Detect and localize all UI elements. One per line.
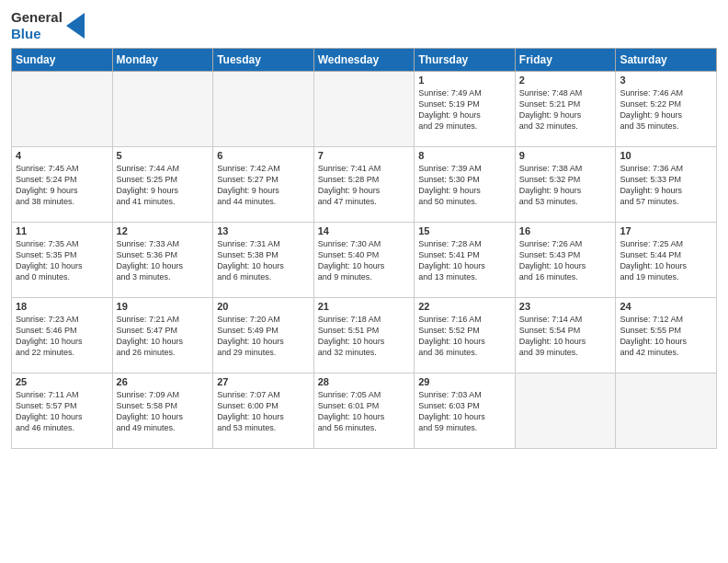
day-number: 26 [117, 376, 210, 387]
day-number: 3 [620, 75, 712, 86]
day-header-wednesday: Wednesday [313, 49, 415, 72]
day-number: 1 [418, 75, 511, 86]
calendar-cell: 5Sunrise: 7:44 AM Sunset: 5:25 PM Daylig… [112, 147, 213, 223]
day-info: Sunrise: 7:45 AM Sunset: 5:24 PM Dayligh… [16, 163, 108, 208]
day-header-thursday: Thursday [415, 49, 516, 72]
day-info: Sunrise: 7:44 AM Sunset: 5:25 PM Dayligh… [117, 163, 210, 208]
day-info: Sunrise: 7:07 AM Sunset: 6:00 PM Dayligh… [217, 389, 310, 434]
header: GeneralBlue [11, 9, 717, 42]
calendar-cell: 2Sunrise: 7:48 AM Sunset: 5:21 PM Daylig… [515, 72, 616, 147]
day-info: Sunrise: 7:35 AM Sunset: 5:35 PM Dayligh… [16, 238, 108, 283]
day-number: 8 [418, 150, 511, 161]
day-number: 4 [16, 150, 108, 161]
calendar-header-row: SundayMondayTuesdayWednesdayThursdayFrid… [12, 49, 717, 72]
day-number: 23 [519, 301, 612, 312]
calendar-week-row: 25Sunrise: 7:11 AM Sunset: 5:57 PM Dayli… [12, 373, 717, 449]
day-number: 11 [16, 225, 108, 236]
day-info: Sunrise: 7:21 AM Sunset: 5:47 PM Dayligh… [117, 314, 210, 359]
day-number: 21 [318, 301, 411, 312]
calendar-cell [12, 72, 113, 147]
day-info: Sunrise: 7:12 AM Sunset: 5:55 PM Dayligh… [620, 314, 712, 359]
page-container: GeneralBlue SundayMondayTuesdayWednesday… [0, 0, 728, 563]
day-info: Sunrise: 7:30 AM Sunset: 5:40 PM Dayligh… [318, 238, 411, 283]
day-number: 17 [620, 225, 712, 236]
calendar-cell: 27Sunrise: 7:07 AM Sunset: 6:00 PM Dayli… [213, 373, 314, 449]
day-number: 29 [418, 376, 511, 387]
day-info: Sunrise: 7:31 AM Sunset: 5:38 PM Dayligh… [217, 238, 310, 283]
day-number: 7 [318, 150, 411, 161]
day-info: Sunrise: 7:41 AM Sunset: 5:28 PM Dayligh… [318, 163, 411, 208]
day-info: Sunrise: 7:46 AM Sunset: 5:22 PM Dayligh… [620, 87, 712, 132]
day-info: Sunrise: 7:11 AM Sunset: 5:57 PM Dayligh… [16, 389, 108, 434]
day-header-friday: Friday [515, 49, 616, 72]
day-number: 10 [620, 150, 712, 161]
day-number: 13 [217, 225, 310, 236]
day-number: 5 [117, 150, 210, 161]
day-number: 22 [418, 301, 511, 312]
calendar-week-row: 1Sunrise: 7:49 AM Sunset: 5:19 PM Daylig… [12, 72, 717, 147]
day-info: Sunrise: 7:09 AM Sunset: 5:58 PM Dayligh… [117, 389, 210, 434]
calendar-table: SundayMondayTuesdayWednesdayThursdayFrid… [11, 48, 717, 449]
calendar-cell: 4Sunrise: 7:45 AM Sunset: 5:24 PM Daylig… [12, 147, 113, 223]
calendar-cell: 14Sunrise: 7:30 AM Sunset: 5:40 PM Dayli… [313, 223, 415, 298]
day-number: 2 [519, 75, 612, 86]
day-info: Sunrise: 7:28 AM Sunset: 5:41 PM Dayligh… [418, 238, 511, 283]
calendar-cell: 16Sunrise: 7:26 AM Sunset: 5:43 PM Dayli… [515, 223, 616, 298]
day-info: Sunrise: 7:38 AM Sunset: 5:32 PM Dayligh… [519, 163, 612, 208]
day-info: Sunrise: 7:49 AM Sunset: 5:19 PM Dayligh… [418, 87, 511, 132]
logo-text: GeneralBlue [11, 9, 63, 42]
day-number: 27 [217, 376, 310, 387]
calendar-cell: 21Sunrise: 7:18 AM Sunset: 5:51 PM Dayli… [313, 298, 415, 373]
calendar-cell [112, 72, 213, 147]
day-info: Sunrise: 7:20 AM Sunset: 5:49 PM Dayligh… [217, 314, 310, 359]
calendar-cell [313, 72, 415, 147]
day-number: 9 [519, 150, 612, 161]
calendar-cell: 15Sunrise: 7:28 AM Sunset: 5:41 PM Dayli… [415, 223, 516, 298]
day-header-sunday: Sunday [12, 49, 113, 72]
calendar-cell: 18Sunrise: 7:23 AM Sunset: 5:46 PM Dayli… [12, 298, 113, 373]
calendar-cell: 24Sunrise: 7:12 AM Sunset: 5:55 PM Dayli… [616, 298, 717, 373]
day-number: 16 [519, 225, 612, 236]
day-number: 25 [16, 376, 108, 387]
day-info: Sunrise: 7:33 AM Sunset: 5:36 PM Dayligh… [117, 238, 210, 283]
logo: GeneralBlue [11, 9, 85, 42]
calendar-cell: 28Sunrise: 7:05 AM Sunset: 6:01 PM Dayli… [313, 373, 415, 449]
day-info: Sunrise: 7:05 AM Sunset: 6:01 PM Dayligh… [318, 389, 411, 434]
calendar-cell: 11Sunrise: 7:35 AM Sunset: 5:35 PM Dayli… [12, 223, 113, 298]
calendar-cell: 13Sunrise: 7:31 AM Sunset: 5:38 PM Dayli… [213, 223, 314, 298]
day-header-tuesday: Tuesday [213, 49, 314, 72]
day-number: 15 [418, 225, 511, 236]
calendar-cell: 1Sunrise: 7:49 AM Sunset: 5:19 PM Daylig… [415, 72, 516, 147]
day-number: 28 [318, 376, 411, 387]
calendar-cell: 25Sunrise: 7:11 AM Sunset: 5:57 PM Dayli… [12, 373, 113, 449]
calendar-cell: 3Sunrise: 7:46 AM Sunset: 5:22 PM Daylig… [616, 72, 717, 147]
day-info: Sunrise: 7:18 AM Sunset: 5:51 PM Dayligh… [318, 314, 411, 359]
calendar-cell [616, 373, 717, 449]
calendar-cell: 6Sunrise: 7:42 AM Sunset: 5:27 PM Daylig… [213, 147, 314, 223]
day-header-saturday: Saturday [616, 49, 717, 72]
day-number: 20 [217, 301, 310, 312]
day-info: Sunrise: 7:39 AM Sunset: 5:30 PM Dayligh… [418, 163, 511, 208]
calendar-cell: 26Sunrise: 7:09 AM Sunset: 5:58 PM Dayli… [112, 373, 213, 449]
day-info: Sunrise: 7:42 AM Sunset: 5:27 PM Dayligh… [217, 163, 310, 208]
calendar-cell [213, 72, 314, 147]
calendar-cell: 7Sunrise: 7:41 AM Sunset: 5:28 PM Daylig… [313, 147, 415, 223]
day-info: Sunrise: 7:26 AM Sunset: 5:43 PM Dayligh… [519, 238, 612, 283]
day-number: 6 [217, 150, 310, 161]
day-number: 24 [620, 301, 712, 312]
calendar-cell: 20Sunrise: 7:20 AM Sunset: 5:49 PM Dayli… [213, 298, 314, 373]
day-number: 19 [117, 301, 210, 312]
day-header-monday: Monday [112, 49, 213, 72]
calendar-cell: 17Sunrise: 7:25 AM Sunset: 5:44 PM Dayli… [616, 223, 717, 298]
day-info: Sunrise: 7:25 AM Sunset: 5:44 PM Dayligh… [620, 238, 712, 283]
calendar-cell: 10Sunrise: 7:36 AM Sunset: 5:33 PM Dayli… [616, 147, 717, 223]
calendar-cell: 22Sunrise: 7:16 AM Sunset: 5:52 PM Dayli… [415, 298, 516, 373]
day-info: Sunrise: 7:23 AM Sunset: 5:46 PM Dayligh… [16, 314, 108, 359]
day-info: Sunrise: 7:48 AM Sunset: 5:21 PM Dayligh… [519, 87, 612, 132]
day-info: Sunrise: 7:16 AM Sunset: 5:52 PM Dayligh… [418, 314, 511, 359]
calendar-week-row: 4Sunrise: 7:45 AM Sunset: 5:24 PM Daylig… [12, 147, 717, 223]
calendar-cell [515, 373, 616, 449]
calendar-cell: 29Sunrise: 7:03 AM Sunset: 6:03 PM Dayli… [415, 373, 516, 449]
calendar-cell: 8Sunrise: 7:39 AM Sunset: 5:30 PM Daylig… [415, 147, 516, 223]
logo-bird-icon [66, 13, 85, 39]
